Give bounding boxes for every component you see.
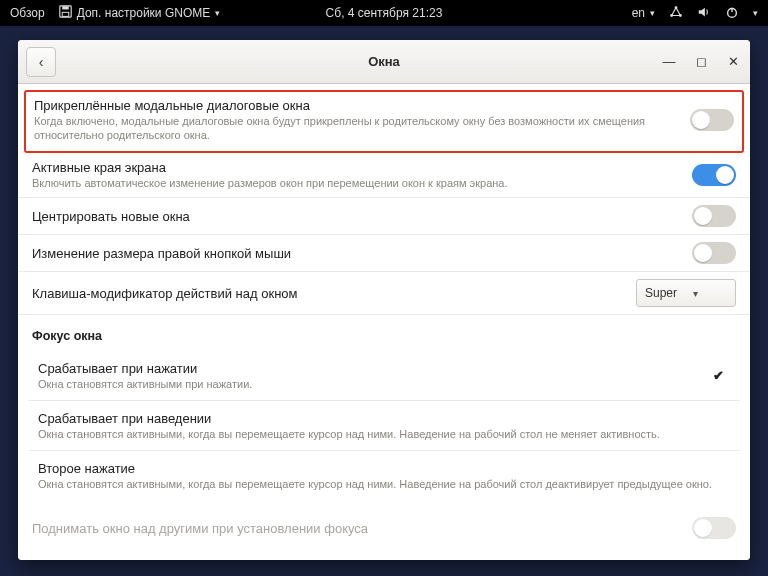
focus-second-desc: Окна становятся активными, когда вы пере…	[38, 478, 730, 490]
center-windows-toggle[interactable]	[692, 205, 736, 227]
close-button[interactable]: ✕	[724, 53, 742, 71]
focus-option-second[interactable]: Второе нажатие Окна становятся активными…	[28, 451, 740, 500]
top-panel: Обзор Доп. настройки GNOME ▾ Сб, 4 сентя…	[0, 0, 768, 26]
focus-options: Срабатывает при нажатии Окна становятся …	[18, 351, 750, 510]
modkey-value: Super	[645, 286, 677, 300]
focus-second-title: Второе нажатие	[38, 461, 730, 476]
focus-option-click[interactable]: Срабатывает при нажатии Окна становятся …	[28, 351, 740, 401]
focus-hover-title: Срабатывает при наведении	[38, 411, 730, 426]
chevron-down-icon: ▾	[693, 288, 698, 299]
app-menu[interactable]: Доп. настройки GNOME ▾	[59, 5, 221, 21]
row-attached-dialogs: Прикреплённые модальные диалоговые окна …	[24, 90, 744, 153]
clock[interactable]: Сб, 4 сентября 21:23	[326, 6, 443, 20]
row-raise-on-focus: Поднимать окно над другими при установле…	[18, 510, 750, 546]
input-lang[interactable]: en ▾	[632, 6, 655, 20]
center-windows-label: Центрировать новые окна	[32, 209, 682, 224]
svg-rect-2	[62, 12, 69, 16]
edge-tiling-toggle[interactable]	[692, 164, 736, 186]
headerbar: ‹ Окна — ◻ ✕	[18, 40, 750, 84]
focus-hover-desc: Окна становятся активными, когда вы пере…	[38, 428, 730, 440]
row-modkey: Клавиша-модификатор действий над окном S…	[18, 272, 750, 315]
maximize-button[interactable]: ◻	[692, 53, 710, 71]
lang-label: en	[632, 6, 645, 20]
volume-icon[interactable]	[697, 5, 711, 22]
content-area: Прикреплённые модальные диалоговые окна …	[18, 84, 750, 560]
row-edge-tiling: Активные края экрана Включить автоматиче…	[18, 153, 750, 199]
network-icon[interactable]	[669, 5, 683, 22]
raise-on-focus-toggle	[692, 517, 736, 539]
modkey-combo[interactable]: Super ▾	[636, 279, 736, 307]
row-center-windows: Центрировать новые окна	[18, 198, 750, 235]
focus-click-title: Срабатывает при нажатии	[38, 361, 713, 376]
resize-rightclick-toggle[interactable]	[692, 242, 736, 264]
back-button[interactable]: ‹	[26, 47, 56, 77]
edge-tiling-label: Активные края экрана	[32, 160, 682, 175]
window-title: Окна	[368, 54, 400, 69]
attached-dialogs-label: Прикреплённые модальные диалоговые окна	[34, 98, 680, 113]
focus-section-header: Фокус окна	[18, 315, 750, 351]
resize-rightclick-label: Изменение размера правой кнопкой мыши	[32, 246, 682, 261]
modkey-label: Клавиша-модификатор действий над окном	[32, 286, 626, 301]
caret-down-icon: ▾	[753, 8, 758, 18]
row-resize-rightclick: Изменение размера правой кнопкой мыши	[18, 235, 750, 272]
checkmark-icon: ✔	[713, 368, 730, 383]
edge-tiling-desc: Включить автоматическое изменение размер…	[32, 177, 682, 191]
app-menu-label: Доп. настройки GNOME	[77, 6, 211, 20]
save-icon	[59, 5, 72, 21]
power-icon[interactable]	[725, 5, 739, 22]
minimize-button[interactable]: —	[660, 53, 678, 71]
raise-on-focus-label: Поднимать окно над другими при установле…	[32, 521, 682, 536]
attached-dialogs-toggle[interactable]	[690, 109, 734, 131]
attached-dialogs-desc: Когда включено, модальные диалоговые окн…	[34, 115, 680, 143]
caret-down-icon: ▾	[650, 8, 655, 18]
focus-option-hover[interactable]: Срабатывает при наведении Окна становятс…	[28, 401, 740, 451]
caret-down-icon: ▾	[215, 8, 220, 18]
activities-button[interactable]: Обзор	[10, 6, 45, 20]
svg-rect-1	[62, 6, 69, 9]
tweaks-window: ‹ Окна — ◻ ✕ Прикреплённые модальные диа…	[18, 40, 750, 560]
focus-click-desc: Окна становятся активными при нажатии.	[38, 378, 713, 390]
